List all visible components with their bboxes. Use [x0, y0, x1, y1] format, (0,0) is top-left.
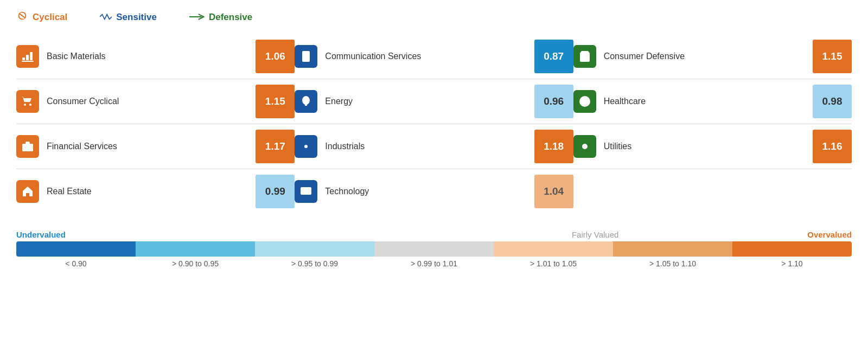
svg-rect-15	[301, 187, 311, 195]
cyclical-icon	[16, 10, 28, 24]
industrials-icon-wrap	[295, 135, 317, 158]
bar-seg-1	[16, 241, 136, 257]
sensitive-col: Communication Services 0.87 Energy 0.96 …	[295, 34, 573, 214]
bar-label-2: > 0.95 to 0.99	[255, 259, 374, 268]
basic-materials-icon	[21, 50, 34, 63]
defensive-col: Consumer Defensive 1.15 Healthcare 0.98 …	[573, 34, 852, 214]
gradient-bar	[16, 241, 852, 257]
energy-name: Energy	[325, 97, 528, 106]
bar-label-3: > 0.99 to 1.01	[374, 259, 494, 268]
consumer-cyclical-icon-wrap	[16, 90, 39, 113]
bar-seg-3	[255, 241, 374, 257]
consumer-defensive-value: 1.15	[813, 40, 852, 73]
bar-seg-4	[374, 241, 494, 257]
energy-icon	[299, 95, 312, 108]
bar-seg-6	[613, 241, 732, 257]
svg-rect-7	[22, 144, 33, 151]
overvalued-label: Overvalued	[807, 230, 852, 239]
healthcare-icon	[578, 95, 591, 108]
bar-label-0: < 0.90	[16, 259, 136, 268]
bar-seg-2	[136, 241, 255, 257]
svg-rect-12	[303, 53, 309, 58]
real-estate-icon-wrap	[16, 180, 39, 203]
defensive-icon	[189, 11, 205, 23]
sector-row: Industrials 1.18	[295, 124, 573, 169]
svg-rect-2	[26, 55, 29, 60]
financial-services-icon	[21, 140, 34, 153]
real-estate-name: Real Estate	[47, 187, 250, 196]
fairly-valued-label: Fairly Valued	[572, 230, 618, 239]
communication-name: Communication Services	[325, 52, 528, 61]
bar-seg-5	[494, 241, 613, 257]
svg-rect-3	[30, 52, 33, 60]
legend-defensive: Defensive	[189, 11, 252, 23]
energy-icon-wrap	[295, 90, 317, 113]
bar-label-4: > 1.01 to 1.05	[494, 259, 613, 268]
bar-labels-top: Undervalued Fairly Valued Overvalued	[16, 230, 852, 239]
sector-row: Financial Services 1.17	[16, 124, 295, 169]
industrials-name: Industrials	[325, 142, 528, 151]
industrials-value: 1.18	[534, 130, 573, 163]
bar-label-6: > 1.10	[732, 259, 852, 268]
sectors-grid: Basic Materials 1.06 Consumer Cyclical 1…	[16, 34, 852, 214]
sector-row: Technology 1.04	[295, 169, 573, 214]
financial-services-name: Financial Services	[47, 142, 250, 151]
bar-seg-7	[732, 241, 852, 257]
utilities-value: 1.16	[813, 130, 852, 163]
consumer-defensive-icon-wrap	[573, 45, 596, 68]
sector-row: Healthcare 0.98	[573, 79, 852, 124]
utilities-icon-wrap	[573, 135, 596, 158]
sector-row: Real Estate 0.99	[16, 169, 295, 214]
consumer-cyclical-icon	[21, 95, 34, 108]
real-estate-value: 0.99	[256, 175, 295, 208]
svg-rect-4	[22, 61, 34, 62]
svg-point-21	[582, 144, 588, 149]
healthcare-icon-wrap	[573, 90, 596, 113]
technology-icon	[299, 185, 312, 198]
technology-icon-wrap	[295, 180, 317, 203]
sector-row: Communication Services 0.87	[295, 34, 573, 79]
sensitive-label: Sensitive	[116, 12, 157, 23]
cyclical-col: Basic Materials 1.06 Consumer Cyclical 1…	[16, 34, 295, 214]
real-estate-icon	[21, 185, 34, 198]
sector-row: Energy 0.96	[295, 79, 573, 124]
communication-icon	[299, 50, 312, 63]
svg-point-5	[24, 104, 26, 106]
cyclical-label: Cyclical	[33, 12, 67, 23]
utilities-name: Utilities	[604, 142, 807, 151]
defensive-label: Defensive	[209, 12, 252, 23]
sector-row: Basic Materials 1.06	[16, 34, 295, 79]
consumer-cyclical-value: 1.15	[256, 85, 295, 118]
industrials-icon	[299, 140, 312, 153]
spacer	[573, 169, 852, 214]
sector-row: Consumer Defensive 1.15	[573, 34, 852, 79]
sector-row: Consumer Cyclical 1.15	[16, 79, 295, 124]
energy-value: 0.96	[534, 85, 573, 118]
basic-materials-icon-wrap	[16, 45, 39, 68]
communication-value: 0.87	[534, 40, 573, 73]
legend-cyclical: Cyclical	[16, 10, 67, 24]
healthcare-value: 0.98	[813, 85, 852, 118]
consumer-cyclical-name: Consumer Cyclical	[47, 97, 250, 106]
utilities-icon	[578, 140, 591, 153]
legend-row: Cyclical Sensitive Defensive	[16, 10, 852, 24]
svg-point-13	[305, 99, 307, 101]
basic-materials-value: 1.06	[256, 40, 295, 73]
consumer-defensive-name: Consumer Defensive	[604, 52, 807, 61]
financial-services-value: 1.17	[256, 130, 295, 163]
legend-sensitive: Sensitive	[100, 11, 157, 23]
bar-label-1: > 0.90 to 0.95	[136, 259, 255, 268]
bar-labels-bottom: < 0.90 > 0.90 to 0.95 > 0.95 to 0.99 > 0…	[16, 259, 852, 268]
undervalued-label: Undervalued	[16, 230, 66, 239]
svg-rect-1	[22, 57, 25, 60]
legend-bar-section: Undervalued Fairly Valued Overvalued < 0…	[16, 230, 852, 268]
consumer-defensive-icon	[578, 50, 591, 63]
basic-materials-name: Basic Materials	[47, 52, 250, 61]
svg-point-14	[304, 145, 308, 148]
communication-icon-wrap	[295, 45, 317, 68]
healthcare-name: Healthcare	[604, 97, 807, 106]
bar-label-5: > 1.05 to 1.10	[613, 259, 732, 268]
sector-row: Utilities 1.16	[573, 124, 852, 169]
svg-point-6	[29, 104, 31, 106]
technology-value: 1.04	[534, 175, 573, 208]
